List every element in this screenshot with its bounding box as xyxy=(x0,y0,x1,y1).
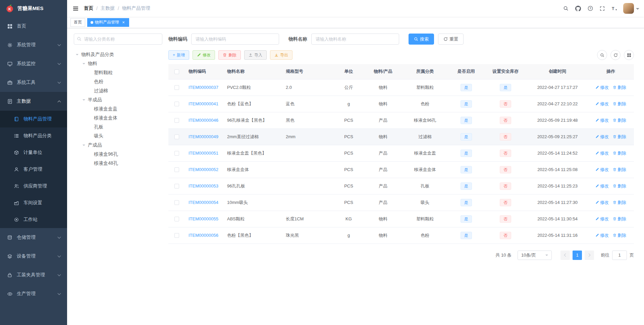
row-edit-link[interactable]: 修改 xyxy=(595,85,609,91)
tree-node-leaf[interactable]: 吸头 xyxy=(74,131,162,141)
edit-button[interactable]: 修改 xyxy=(193,50,215,60)
sidebar-item-workshop-settings[interactable]: 车间设置 xyxy=(0,195,67,211)
table-row[interactable]: ITEM00000051 移液盒盒盖【黑色】 PCS 产品 移液盒盒盖 是 否 … xyxy=(168,145,634,161)
reset-button[interactable]: 重置 xyxy=(438,34,464,45)
tab-home[interactable]: 首页 xyxy=(70,18,85,27)
sidebar-item-master-data[interactable]: 主数据 xyxy=(0,92,67,111)
delete-button[interactable]: 删除 xyxy=(218,50,241,60)
sidebar-item-supplier-management[interactable]: 供应商管理 xyxy=(0,178,67,195)
row-edit-link[interactable]: 修改 xyxy=(595,232,609,238)
hamburger-icon[interactable] xyxy=(67,0,84,17)
material-code-link[interactable]: ITEM00000051 xyxy=(189,151,218,156)
close-icon[interactable]: × xyxy=(121,20,126,25)
sidebar-item-fixture-management[interactable]: 工装夹具管理 xyxy=(0,266,67,284)
row-edit-link[interactable]: 修改 xyxy=(595,134,609,140)
material-code-link[interactable]: ITEM00000054 xyxy=(189,200,218,205)
sidebar-item-material-product-category[interactable]: 物料产品分类 xyxy=(0,127,67,144)
row-edit-link[interactable]: 修改 xyxy=(595,167,609,173)
row-edit-link[interactable]: 修改 xyxy=(595,216,609,222)
search-icon[interactable] xyxy=(560,0,572,17)
sidebar-item-equipment-management[interactable]: 设备管理 xyxy=(0,247,67,266)
next-page-button[interactable] xyxy=(585,251,594,260)
row-delete-link[interactable]: 删除 xyxy=(613,85,626,91)
sidebar-item-measure-unit[interactable]: 计量单位 xyxy=(0,144,67,161)
row-delete-link[interactable]: 删除 xyxy=(613,232,626,238)
material-code-link[interactable]: ITEM00000049 xyxy=(189,134,218,139)
tree-node-leaf[interactable]: 移液盒96孔 xyxy=(74,150,162,159)
material-code-link[interactable]: ITEM00000041 xyxy=(189,101,218,106)
row-delete-link[interactable]: 删除 xyxy=(613,167,626,173)
app-logo[interactable]: K 苦糖果MES xyxy=(0,0,67,17)
tree-node-leaf[interactable]: 孔板 xyxy=(74,122,162,131)
row-checkbox[interactable] xyxy=(174,118,179,123)
tree-node-leaf[interactable]: 移液盒48孔 xyxy=(74,159,162,168)
row-checkbox[interactable] xyxy=(174,217,179,221)
table-row[interactable]: ITEM00000056 色粉【黑色】 珠光黑 g 物料 色粉 是 否 2022… xyxy=(168,227,634,243)
row-checkbox[interactable] xyxy=(174,233,179,238)
tree-node-root[interactable]: 物料及产品分类 xyxy=(74,50,162,59)
material-name-input[interactable] xyxy=(311,34,399,45)
material-code-link[interactable]: ITEM00000052 xyxy=(189,167,218,172)
table-row[interactable]: ITEM00000055 ABS颗粒 长度1CM KG 物料 塑料颗粒 是 否 … xyxy=(168,211,634,227)
font-size-icon[interactable]: T xyxy=(608,0,621,17)
row-checkbox[interactable] xyxy=(174,184,179,188)
material-code-link[interactable]: ITEM00000053 xyxy=(189,183,218,188)
table-row[interactable]: ITEM00000054 10mm吸头 PCS 产品 吸头 是 否 2022-0… xyxy=(168,194,634,211)
question-icon[interactable]: ? xyxy=(584,0,596,17)
sidebar-item-production-management[interactable]: 生产管理 xyxy=(0,284,67,303)
material-code-link[interactable]: ITEM00000055 xyxy=(189,216,218,221)
select-all-checkbox[interactable] xyxy=(174,69,179,74)
row-delete-link[interactable]: 删除 xyxy=(613,150,626,156)
table-row[interactable]: ITEM00000049 2mm直径过滤棉 2mm PCS 物料 过滤棉 是 否… xyxy=(168,128,634,145)
caret-down-icon[interactable] xyxy=(83,145,85,147)
tree-node-material[interactable]: 物料 xyxy=(74,59,162,68)
sidebar-item-system-tools[interactable]: 系统工具 xyxy=(0,73,67,92)
row-delete-link[interactable]: 删除 xyxy=(613,216,626,222)
row-delete-link[interactable]: 删除 xyxy=(613,183,626,189)
table-row[interactable]: ITEM00000041 色粉【蓝色】 蓝色 g 物料 色粉 是 否 2022-… xyxy=(168,96,634,112)
material-code-link[interactable]: ITEM00000046 xyxy=(189,118,218,123)
row-delete-link[interactable]: 删除 xyxy=(613,101,626,107)
columns-button[interactable] xyxy=(624,50,634,60)
row-checkbox[interactable] xyxy=(174,167,179,172)
page-size-select[interactable]: 10条/页 xyxy=(518,251,552,260)
table-row[interactable]: ITEM00000053 96孔孔板 PCS 产品 孔板 是 否 2022-05… xyxy=(168,178,634,194)
row-checkbox[interactable] xyxy=(174,85,179,90)
row-checkbox[interactable] xyxy=(174,151,179,156)
caret-down-icon[interactable] xyxy=(83,99,85,102)
breadcrumb-home[interactable]: 首页 xyxy=(84,5,93,11)
tree-node-leaf[interactable]: 移液盒盒盖 xyxy=(74,104,162,113)
caret-down-icon[interactable] xyxy=(76,54,78,57)
row-delete-link[interactable]: 删除 xyxy=(613,200,626,206)
tree-node-semifinished[interactable]: 半成品 xyxy=(74,95,162,104)
row-checkbox[interactable] xyxy=(174,200,179,205)
page-number-button[interactable]: 1 xyxy=(573,251,582,260)
tree-node-leaf[interactable]: 塑料颗粒 xyxy=(74,68,162,77)
prev-page-button[interactable] xyxy=(560,251,570,260)
row-edit-link[interactable]: 修改 xyxy=(595,183,609,189)
table-row[interactable]: ITEM00000037 PVC2.0颗粒 2.0 公斤 物料 塑料颗粒 是 是… xyxy=(168,79,634,96)
avatar[interactable] xyxy=(623,3,634,14)
sidebar-item-customer-management[interactable]: 客户管理 xyxy=(0,161,67,178)
goto-page-input[interactable] xyxy=(612,251,627,260)
row-edit-link[interactable]: 修改 xyxy=(595,150,609,156)
material-code-input[interactable] xyxy=(191,34,279,45)
material-code-link[interactable]: ITEM00000037 xyxy=(189,85,218,90)
tree-node-leaf[interactable]: 过滤棉 xyxy=(74,86,162,95)
row-edit-link[interactable]: 修改 xyxy=(595,101,609,107)
add-button[interactable]: +新增 xyxy=(168,50,189,60)
search-button[interactable]: 搜索 xyxy=(409,34,434,45)
sidebar-item-system-monitor[interactable]: 系统监控 xyxy=(0,54,67,73)
row-edit-link[interactable]: 修改 xyxy=(595,200,609,206)
sidebar-item-workstation[interactable]: 工作站 xyxy=(0,211,67,228)
tree-node-leaf[interactable]: 色粉 xyxy=(74,77,162,86)
tree-node-finished[interactable]: 产成品 xyxy=(74,141,162,150)
import-button[interactable]: 导入 xyxy=(244,50,267,60)
row-checkbox[interactable] xyxy=(174,102,179,106)
category-search-input[interactable] xyxy=(74,34,162,45)
row-delete-link[interactable]: 删除 xyxy=(613,117,626,123)
export-button[interactable]: 导出 xyxy=(270,50,292,60)
caret-down-icon[interactable] xyxy=(83,63,85,66)
fullscreen-icon[interactable] xyxy=(596,0,608,17)
row-edit-link[interactable]: 修改 xyxy=(595,117,609,123)
